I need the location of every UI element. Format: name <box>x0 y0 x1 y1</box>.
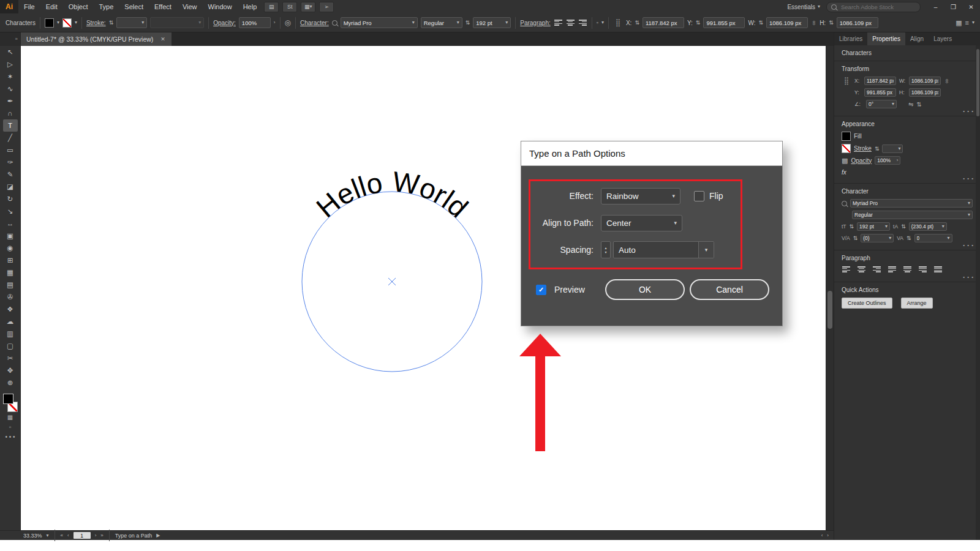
panel-grid-icon[interactable]: ▦ <box>956 19 962 27</box>
chevron-down-icon[interactable]: ▾ <box>75 20 77 25</box>
tab-align[interactable]: Align <box>905 32 929 45</box>
chevron-down-icon[interactable]: ▾ <box>972 20 974 25</box>
tracking-dropdown[interactable]: 0▾ <box>914 234 952 242</box>
menu-view[interactable]: View <box>177 0 203 13</box>
stepper-icon[interactable]: ⇅ <box>850 223 854 230</box>
stroke-color-swatch[interactable] <box>62 18 72 28</box>
last-artboard-icon[interactable]: » <box>100 533 103 538</box>
arrange-documents-icon[interactable]: ▦▾ <box>301 2 315 12</box>
menu-object[interactable]: Object <box>63 0 94 13</box>
stepper-icon[interactable]: ⇅ <box>696 20 701 26</box>
stroke-label[interactable]: Stroke <box>854 145 872 152</box>
spacing-stepper[interactable]: ▴ ▾ <box>601 241 611 258</box>
search-input[interactable] <box>840 3 916 11</box>
rotate-tool[interactable]: ↻ <box>3 193 18 205</box>
fx-button[interactable]: fx <box>842 169 846 176</box>
more-options-icon[interactable]: • • • <box>963 242 974 248</box>
document-tab[interactable]: Untitled-7* @ 33.33% (CMYK/GPU Preview) … <box>20 32 172 46</box>
eraser-tool[interactable]: ◪ <box>3 181 18 193</box>
y-field[interactable]: 991.855 px <box>703 17 745 28</box>
kerning-dropdown[interactable]: (0)▾ <box>861 234 894 242</box>
justify-left-icon[interactable] <box>888 266 897 273</box>
magic-wand-tool[interactable]: ✶ <box>3 70 18 83</box>
perspective-grid-tool[interactable]: ⊞ <box>3 254 18 266</box>
screen-mode-icon[interactable]: ▫ <box>3 422 18 432</box>
justify-right-icon[interactable] <box>918 266 927 273</box>
font-style-dropdown[interactable]: Regular▾ <box>852 211 973 219</box>
paragraph-label[interactable]: Paragraph: <box>520 20 550 26</box>
canvas-vertical-scrollbar[interactable] <box>826 46 834 530</box>
reference-point-icon[interactable]: ⣿ <box>613 18 623 27</box>
stepper-icon[interactable]: ⇅ <box>901 223 906 230</box>
menu-help[interactable]: Help <box>238 0 263 13</box>
more-options-icon[interactable]: • • • <box>963 108 974 114</box>
scroll-left-icon[interactable]: ‹ <box>821 533 823 538</box>
stepper-icon[interactable]: ⇅ <box>635 20 639 26</box>
flip-vertical-icon[interactable]: ⇅ <box>916 101 921 108</box>
chevron-down-icon[interactable]: ▾ <box>601 20 604 25</box>
scale-tool[interactable]: ↘ <box>3 205 18 217</box>
next-artboard-icon[interactable]: › <box>95 533 97 538</box>
curvature-tool[interactable]: ∩ <box>3 107 18 119</box>
app-logo[interactable]: Ai <box>0 0 18 13</box>
paintbrush-tool[interactable]: ✑ <box>3 156 18 168</box>
spacing-combo[interactable]: Auto ▾ <box>613 241 714 258</box>
stepper-icon[interactable]: ⇅ <box>109 20 114 26</box>
tab-libraries[interactable]: Libraries <box>834 32 867 45</box>
stepper-icon[interactable]: ⇅ <box>875 146 880 152</box>
spin-up-icon[interactable]: ▴ <box>605 246 606 250</box>
w-field[interactable]: 1086.109 px <box>766 17 808 28</box>
gradient-tool[interactable]: ▤ <box>3 279 18 291</box>
y-field[interactable]: 991.855 px <box>864 88 896 97</box>
reference-point-icon[interactable]: ⣿ <box>842 77 851 85</box>
justify-all-icon[interactable] <box>933 266 943 273</box>
fill-stroke-swatches[interactable] <box>3 394 18 412</box>
close-tab-icon[interactable]: ✕ <box>160 36 165 42</box>
constrain-proportions-icon[interactable]: ∞ <box>944 78 951 83</box>
scrollbar-thumb[interactable] <box>976 49 979 116</box>
edit-toolbar-icon[interactable]: • • • <box>3 432 18 441</box>
create-outlines-button[interactable]: Create Outlines <box>842 298 892 309</box>
share-icon[interactable]: ➢ <box>319 2 334 12</box>
align-center-icon[interactable] <box>566 19 575 26</box>
restore-button[interactable]: ❐ <box>944 0 962 13</box>
fill-swatch[interactable] <box>842 132 851 141</box>
color-mode-icon[interactable]: ▦ <box>3 412 18 422</box>
scroll-right-icon[interactable]: › <box>827 533 829 538</box>
tab-layers[interactable]: Layers <box>929 32 957 45</box>
stroke-swatch[interactable] <box>842 144 851 153</box>
align-to-path-dropdown[interactable]: Center ▾ <box>601 215 682 231</box>
opacity-field[interactable]: 100% <box>239 17 271 28</box>
free-transform-tool[interactable]: ▣ <box>3 230 18 242</box>
scrollbar-thumb[interactable] <box>827 291 832 329</box>
stroke-weight-label[interactable]: Stroke: <box>86 20 106 26</box>
font-size-dropdown[interactable]: 192 pt▾ <box>857 222 890 231</box>
justify-center-icon[interactable] <box>903 266 912 273</box>
stepper-icon[interactable]: ⇅ <box>907 235 911 241</box>
menu-select[interactable]: Select <box>119 0 149 13</box>
x-field[interactable]: 1187.842 px <box>864 77 896 85</box>
close-button[interactable]: ✕ <box>962 0 980 13</box>
recolor-artwork-icon[interactable]: ◎ <box>285 18 291 27</box>
stroke-weight-dropdown[interactable]: ▾ <box>882 144 903 153</box>
mesh-tool[interactable]: ▦ <box>3 266 18 279</box>
menu-effect[interactable]: Effect <box>149 0 177 13</box>
rectangle-tool[interactable]: ▭ <box>3 144 18 156</box>
align-left-icon[interactable] <box>842 266 851 273</box>
stock-icon[interactable]: St <box>282 2 297 12</box>
first-artboard-icon[interactable]: « <box>61 533 63 538</box>
align-right-icon[interactable] <box>578 19 587 26</box>
menu-file[interactable]: File <box>18 0 40 13</box>
zoom-level[interactable]: 33.33% <box>23 533 42 539</box>
align-options-icon[interactable]: ▫ <box>597 20 598 26</box>
w-field[interactable]: 1086.109 px <box>909 77 941 85</box>
more-options-icon[interactable]: • • • <box>963 274 974 280</box>
font-size-dropdown[interactable]: 192 pt▾ <box>473 17 511 28</box>
toolbar-collapse-icon[interactable]: » <box>0 32 20 46</box>
chevron-down-icon[interactable]: ▾ <box>698 242 714 258</box>
rotation-dropdown[interactable]: 0°▾ <box>866 100 897 108</box>
direct-selection-tool[interactable]: ▷ <box>3 58 18 70</box>
fill-color-swatch[interactable] <box>45 18 54 28</box>
tab-properties[interactable]: Properties <box>867 32 905 45</box>
ok-button[interactable]: OK <box>605 279 685 300</box>
